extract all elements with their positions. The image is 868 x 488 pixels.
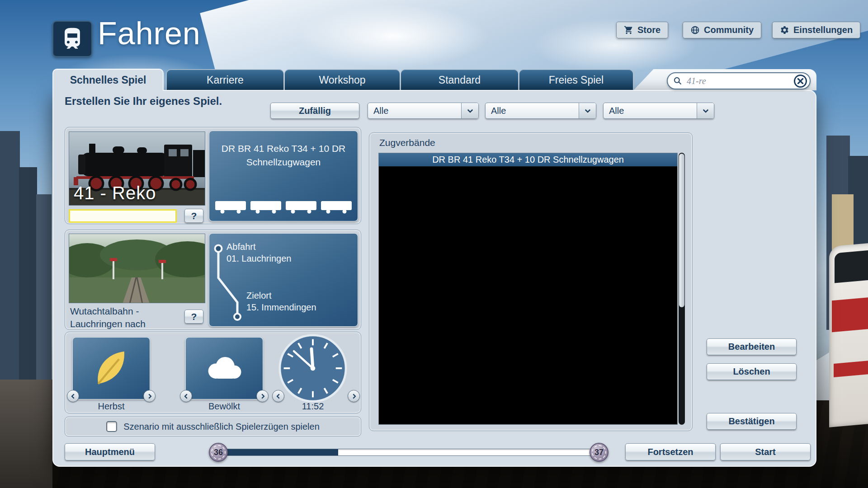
- tab-label: Standard: [439, 74, 481, 86]
- search-icon: [673, 76, 682, 85]
- wagon-icon: [321, 201, 352, 214]
- player-only-label: Szenario mit ausschließlich Spielerzügen…: [123, 422, 320, 432]
- settings-button[interactable]: Einstellungen: [772, 22, 860, 38]
- search-input[interactable]: [686, 75, 794, 87]
- season-prev-button[interactable]: [67, 390, 79, 402]
- season-label: Herbst: [72, 401, 150, 412]
- community-button[interactable]: Community: [683, 22, 761, 38]
- help-label: ?: [191, 311, 197, 322]
- season-next-button[interactable]: [143, 390, 156, 402]
- departure-label: Abfahrt: [226, 242, 255, 252]
- cloud-icon: [201, 353, 248, 383]
- consists-panel: Zugverbände DR BR 41 Reko T34 + 10 DR Sc…: [369, 132, 693, 431]
- weather-label: Bewölkt: [185, 401, 263, 412]
- cloud: [298, 5, 488, 68]
- route-image[interactable]: [69, 234, 205, 303]
- tab-label: Schnelles Spiel: [70, 74, 146, 86]
- scenario-slider-track[interactable]: [218, 449, 599, 456]
- engine-image[interactable]: 41 - Reko: [69, 131, 205, 206]
- route-detail-panel: Abfahrt 01. Lauchringen Zielort 15. Imme…: [209, 233, 358, 327]
- time-prev-button[interactable]: [272, 390, 284, 402]
- main-panel: Erstellen Sie Ihr eigenes Spiel. Zufälli…: [52, 90, 816, 467]
- city-building: [36, 194, 52, 402]
- weather-tile: [185, 337, 263, 399]
- dropdown-value: Alle: [604, 103, 697, 118]
- start-button[interactable]: Start: [720, 443, 811, 460]
- engine-help-button[interactable]: ?: [184, 209, 203, 223]
- weather-next-button[interactable]: [256, 390, 269, 402]
- engine-filter-input[interactable]: [69, 209, 177, 223]
- cart-icon: [624, 25, 633, 35]
- slider-handle-start[interactable]: 36: [209, 443, 228, 462]
- store-button[interactable]: Store: [616, 22, 668, 38]
- consists-title: Zugverbände: [379, 137, 435, 148]
- player-only-checkbox[interactable]: [106, 421, 117, 432]
- tab-schnelles-spiel[interactable]: Schnelles Spiel: [52, 69, 164, 91]
- slider-end-value: 37: [594, 448, 604, 457]
- wagon-icon: [285, 201, 317, 214]
- chevron-down-icon[interactable]: [579, 103, 596, 118]
- tab-workshop[interactable]: Workshop: [284, 69, 400, 90]
- clock-icon: [278, 333, 348, 404]
- scenario-slider-fill: [218, 449, 338, 455]
- random-label: Zufällig: [299, 106, 331, 116]
- dropdown-value: Alle: [368, 103, 461, 118]
- edit-label: Bearbeiten: [728, 342, 775, 352]
- route-name-line1: Wutachtalbahn -: [70, 305, 146, 318]
- start-label: Start: [755, 447, 776, 457]
- consists-scrollbar[interactable]: [679, 153, 685, 425]
- wagon-icon: [215, 201, 246, 214]
- route-card: Wutachtalbahn - Lauchringen nach ? Abfah…: [65, 230, 361, 330]
- filter-dropdown-1[interactable]: Alle: [368, 103, 479, 119]
- tab-karriere[interactable]: Karriere: [166, 69, 284, 90]
- gear-icon: [780, 25, 789, 35]
- tab-freies-spiel[interactable]: Freies Spiel: [519, 69, 633, 90]
- slider-handle-end[interactable]: 37: [590, 443, 609, 462]
- filter-dropdown-3[interactable]: Alle: [603, 103, 714, 119]
- route-name-line2: Lauchringen nach: [70, 318, 146, 330]
- continue-button[interactable]: Fortsetzen: [625, 443, 716, 460]
- community-label: Community: [704, 25, 754, 35]
- route-help-button[interactable]: ?: [184, 310, 203, 324]
- train-window: [835, 249, 868, 283]
- tab-standard[interactable]: Standard: [401, 69, 519, 90]
- edit-button[interactable]: Bearbeiten: [707, 338, 797, 355]
- search-clear-button[interactable]: [794, 75, 807, 88]
- time-next-button[interactable]: [348, 390, 360, 402]
- consists-list[interactable]: DR BR 41 Reko T34 + 10 DR Schnellzugwage…: [378, 153, 678, 425]
- engine-consist-panel: DR BR 41 Reko T34 + 10 DR Schnellzugwage…: [209, 131, 358, 221]
- consist-list-item-selected[interactable]: DR BR 41 Reko T34 + 10 DR Schnellzugwage…: [379, 153, 677, 167]
- leaf-icon: [90, 347, 132, 389]
- tab-label: Karriere: [207, 74, 244, 86]
- globe-icon: [690, 25, 700, 35]
- delete-button[interactable]: Löschen: [707, 363, 797, 380]
- panel-subtitle: Erstellen Sie Ihr eigenes Spiel.: [65, 95, 222, 108]
- destination-value: 15. Immendingen: [246, 302, 316, 313]
- time-label: 11:52: [278, 401, 348, 412]
- tab-label: Workshop: [319, 74, 365, 86]
- cloud: [533, 18, 696, 72]
- city-building: [19, 167, 37, 402]
- season-tile: [72, 337, 150, 399]
- confirm-button[interactable]: Bestätigen: [707, 413, 797, 430]
- main-menu-label: Hauptmenü: [85, 447, 135, 457]
- dropdown-value: Alle: [486, 103, 579, 118]
- random-button[interactable]: Zufällig: [270, 103, 359, 119]
- page-title: Fahren: [98, 15, 201, 52]
- engine-consist-title: DR BR 41 Reko T34 + 10 DR Schnellzugwage…: [220, 142, 347, 169]
- city-building: [0, 131, 20, 402]
- filter-dropdown-2[interactable]: Alle: [485, 103, 596, 119]
- confirm-label: Bestätigen: [728, 416, 774, 427]
- scrollbar-thumb[interactable]: [679, 154, 684, 307]
- chevron-down-icon[interactable]: [461, 103, 478, 118]
- tab-label: Freies Spiel: [549, 74, 604, 86]
- route-scene-illustration: [69, 234, 205, 303]
- settings-label: Einstellungen: [793, 25, 853, 35]
- fahren-screen: Fahren Store Community Einstellungen Sch…: [0, 0, 868, 488]
- chevron-down-icon[interactable]: [697, 103, 714, 118]
- continue-label: Fortsetzen: [647, 447, 693, 457]
- main-menu-button[interactable]: Hauptmenü: [65, 443, 155, 460]
- engine-name-overlay: 41 - Reko: [74, 183, 156, 203]
- weather-prev-button[interactable]: [180, 390, 192, 402]
- train-red-stripe: [832, 296, 868, 332]
